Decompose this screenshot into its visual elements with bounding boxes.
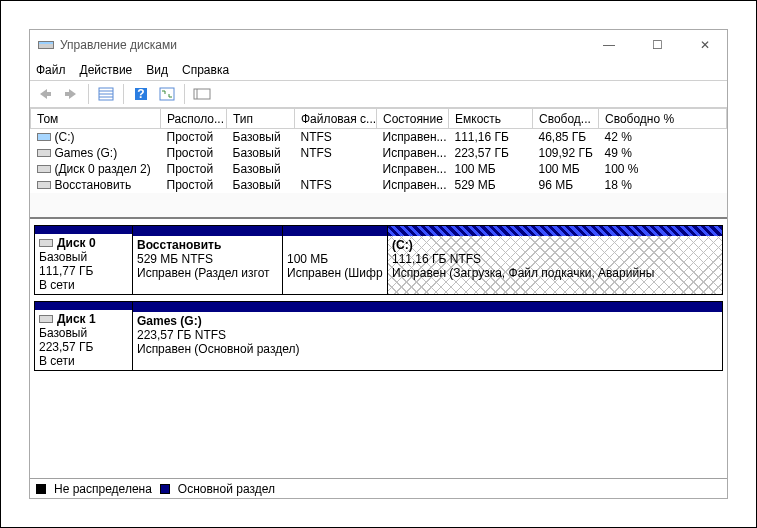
help-button[interactable]: ?: [130, 83, 152, 105]
disk-row: Диск 0Базовый111,77 ГБВ сетиВосстановить…: [34, 225, 723, 295]
vol-layout: Простой: [161, 129, 227, 146]
partition-status: Исправен (Загрузка, Файл подкачки, Авари…: [392, 266, 654, 280]
col-type[interactable]: Тип: [227, 109, 295, 129]
vol-name: (Диск 0 раздел 2): [55, 162, 151, 176]
maximize-button[interactable]: ☐: [643, 38, 671, 52]
vol-cap: 111,16 ГБ: [449, 129, 533, 146]
legend: Не распределена Основной раздел: [30, 478, 727, 498]
col-volume[interactable]: Том: [31, 109, 161, 129]
vol-free: 100 МБ: [533, 161, 599, 177]
vol-status: Исправен...: [377, 145, 449, 161]
partition-status: Исправен (Раздел изгот: [137, 266, 270, 280]
vol-type: Базовый: [227, 177, 295, 193]
svg-marker-5: [69, 89, 76, 99]
menubar: Файл Действие Вид Справка: [30, 60, 727, 80]
vol-layout: Простой: [161, 177, 227, 193]
svg-text:?: ?: [137, 87, 144, 101]
vol-fs: NTFS: [295, 129, 377, 146]
svg-marker-3: [40, 89, 47, 99]
vol-free: 96 МБ: [533, 177, 599, 193]
disk-state: В сети: [39, 278, 75, 292]
col-fs[interactable]: Файловая с...: [295, 109, 377, 129]
vol-fs: NTFS: [295, 145, 377, 161]
disk-row: Диск 1Базовый223,57 ГБВ сетиGames (G:)22…: [34, 301, 723, 371]
vol-cap: 100 МБ: [449, 161, 533, 177]
settings-button[interactable]: [191, 83, 213, 105]
vol-type: Базовый: [227, 129, 295, 146]
svg-rect-23: [38, 182, 50, 188]
svg-rect-25: [40, 240, 52, 246]
partition[interactable]: Games (G:)223,57 ГБ NTFSИсправен (Основн…: [133, 302, 722, 370]
col-pct[interactable]: Свободно %: [599, 109, 727, 129]
legend-primary: Основной раздел: [178, 482, 275, 496]
menu-help[interactable]: Справка: [182, 63, 229, 77]
table-row[interactable]: (C:)ПростойБазовыйNTFSИсправен...111,16 …: [31, 129, 727, 146]
menu-view[interactable]: Вид: [146, 63, 168, 77]
partition[interactable]: (C:)111,16 ГБ NTFSИсправен (Загрузка, Фа…: [388, 226, 722, 294]
partition-status: Исправен (Основной раздел): [137, 342, 299, 356]
vol-name: (C:): [55, 130, 75, 144]
svg-rect-13: [160, 88, 174, 100]
vol-type: Базовый: [227, 145, 295, 161]
disk-title: Диск 0: [57, 236, 96, 250]
menu-file[interactable]: Файл: [36, 63, 66, 77]
vol-name: Восстановить: [55, 178, 132, 192]
disk-icon: [39, 314, 53, 324]
disk-title: Диск 1: [57, 312, 96, 326]
volume-icon: [37, 148, 51, 158]
legend-unallocated: Не распределена: [54, 482, 152, 496]
vol-pct: 42 %: [599, 129, 727, 146]
forward-button[interactable]: [60, 83, 82, 105]
svg-rect-27: [40, 316, 52, 322]
partition-sub: 529 МБ NTFS: [137, 252, 213, 266]
svg-rect-4: [47, 92, 51, 96]
minimize-button[interactable]: —: [595, 38, 623, 52]
volume-icon: [37, 132, 51, 142]
partition-sub: 223,57 ГБ NTFS: [137, 328, 226, 342]
col-free[interactable]: Свобод...: [533, 109, 599, 129]
col-cap[interactable]: Емкость: [449, 109, 533, 129]
col-layout[interactable]: Располо...: [161, 109, 227, 129]
vol-pct: 49 %: [599, 145, 727, 161]
back-button[interactable]: [34, 83, 56, 105]
vol-pct: 18 %: [599, 177, 727, 193]
table-row[interactable]: (Диск 0 раздел 2)ПростойБазовыйИсправен.…: [31, 161, 727, 177]
vol-status: Исправен...: [377, 129, 449, 146]
refresh-button[interactable]: [156, 83, 178, 105]
menu-action[interactable]: Действие: [80, 63, 133, 77]
svg-rect-17: [38, 134, 50, 140]
disk-state: В сети: [39, 354, 75, 368]
disk-label[interactable]: Диск 1Базовый223,57 ГБВ сети: [34, 301, 132, 371]
disk-size: 111,77 ГБ: [39, 264, 93, 278]
titlebar: Управление дисками — ☐ ✕: [30, 30, 727, 60]
vol-layout: Простой: [161, 145, 227, 161]
svg-rect-2: [39, 42, 53, 44]
partition-status: Исправен (Шифр: [287, 266, 383, 280]
partition-title: Games (G:): [137, 314, 202, 328]
partition[interactable]: Восстановить529 МБ NTFSИсправен (Раздел …: [133, 226, 283, 294]
disk-label[interactable]: Диск 0Базовый111,77 ГБВ сети: [34, 225, 132, 295]
close-button[interactable]: ✕: [691, 38, 719, 52]
disk-icon: [39, 238, 53, 248]
window-title: Управление дисками: [60, 38, 595, 52]
vol-free: 46,85 ГБ: [533, 129, 599, 146]
table-row[interactable]: ВосстановитьПростойБазовыйNTFSИсправен..…: [31, 177, 727, 193]
vol-cap: 223,57 ГБ: [449, 145, 533, 161]
views-button[interactable]: [95, 83, 117, 105]
toolbar: ?: [30, 80, 727, 108]
disk-size: 223,57 ГБ: [39, 340, 93, 354]
col-status[interactable]: Состояние: [377, 109, 449, 129]
partition-sub: 111,16 ГБ NTFS: [392, 252, 481, 266]
table-row[interactable]: Games (G:)ПростойБазовыйNTFSИсправен...2…: [31, 145, 727, 161]
volume-list[interactable]: Том Располо... Тип Файловая с... Состоян…: [30, 108, 727, 193]
column-headers[interactable]: Том Располо... Тип Файловая с... Состоян…: [31, 109, 727, 129]
partition[interactable]: 100 МБИсправен (Шифр: [283, 226, 388, 294]
volume-icon: [37, 164, 51, 174]
partition-title: (C:): [392, 238, 413, 252]
vol-layout: Простой: [161, 161, 227, 177]
partition-sub: 100 МБ: [287, 252, 328, 266]
vol-cap: 529 МБ: [449, 177, 533, 193]
volume-icon: [37, 180, 51, 190]
vol-pct: 100 %: [599, 161, 727, 177]
app-icon: [38, 39, 54, 51]
